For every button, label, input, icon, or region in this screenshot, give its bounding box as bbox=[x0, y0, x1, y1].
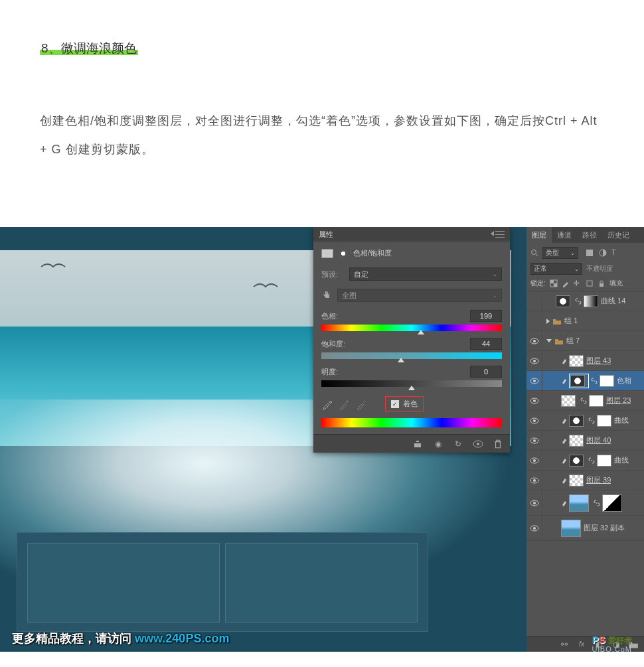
preset-select[interactable]: 自定⌄ bbox=[349, 267, 502, 281]
visibility-toggle[interactable] bbox=[526, 311, 542, 331]
adjustment-thumb bbox=[569, 415, 584, 427]
svg-point-31 bbox=[533, 527, 536, 530]
layer-thumb bbox=[569, 435, 584, 447]
collapse-icon[interactable] bbox=[546, 339, 552, 342]
visibility-toggle[interactable] bbox=[526, 331, 542, 350]
properties-panel: 属性 ▦ 色相/饱和度 预设: 自定⌄ 全图⌄ 色相: 199 bbox=[313, 227, 510, 453]
hue-input[interactable]: 199 bbox=[470, 310, 502, 322]
eyedropper-icon[interactable] bbox=[321, 398, 333, 410]
bird-icon bbox=[40, 260, 66, 273]
collapse-icon[interactable] bbox=[491, 231, 494, 236]
link-layers-icon[interactable]: ⚯ bbox=[559, 640, 570, 649]
layer-row[interactable]: 组 7 bbox=[526, 331, 644, 351]
layer-name[interactable]: 组 7 bbox=[566, 336, 580, 346]
mask-thumb bbox=[600, 375, 614, 387]
svg-point-23 bbox=[533, 439, 536, 442]
visibility-toggle[interactable] bbox=[526, 391, 542, 410]
tab-layers[interactable]: 图层 bbox=[526, 227, 552, 243]
layer-name[interactable]: 图层 40 bbox=[586, 435, 611, 445]
bird-icon bbox=[252, 280, 279, 293]
layer-row[interactable]: 图层 32 副本 bbox=[526, 516, 644, 541]
layer-name[interactable]: 色相 bbox=[617, 376, 631, 386]
visibility-toggle[interactable] bbox=[526, 371, 542, 390]
layer-name[interactable]: 图层 32 副本 bbox=[584, 523, 625, 533]
filter-kind-select[interactable]: 类型⌄ bbox=[542, 247, 578, 259]
svg-rect-0 bbox=[414, 443, 421, 447]
tab-history[interactable]: 历史记 bbox=[602, 227, 635, 243]
tab-channels[interactable]: 通道 bbox=[552, 227, 577, 243]
smart-thumb bbox=[561, 520, 581, 537]
blend-mode-select[interactable]: 正常⌄ bbox=[530, 263, 582, 275]
svg-point-29 bbox=[533, 502, 536, 504]
lock-position-icon[interactable]: ✢ bbox=[574, 279, 582, 287]
lock-all-icon[interactable] bbox=[598, 279, 605, 287]
lock-artboard-icon[interactable] bbox=[586, 279, 594, 287]
spectrum-bar bbox=[321, 418, 502, 427]
reset-icon[interactable]: ↻ bbox=[453, 439, 463, 449]
filter-adjust-icon[interactable] bbox=[598, 248, 607, 258]
fill-label: 填充 bbox=[609, 279, 623, 288]
layer-row[interactable]: 图层 40 bbox=[526, 431, 644, 451]
layer-row[interactable]: 色相 bbox=[526, 371, 644, 391]
hand-icon[interactable] bbox=[321, 290, 332, 301]
visibility-toggle[interactable] bbox=[526, 516, 542, 540]
lightness-slider[interactable] bbox=[321, 380, 502, 387]
layer-name[interactable]: 图层 39 bbox=[586, 475, 611, 485]
mask-icon[interactable] bbox=[339, 249, 348, 258]
layer-row[interactable]: 曲线 14 bbox=[526, 291, 644, 311]
svg-rect-8 bbox=[550, 280, 554, 283]
filter-pixel-icon[interactable] bbox=[585, 248, 594, 258]
visibility-toggle[interactable] bbox=[526, 490, 542, 515]
visibility-toggle[interactable] bbox=[526, 451, 542, 470]
clip-icon[interactable] bbox=[413, 439, 424, 449]
layer-name[interactable]: 图层 43 bbox=[586, 356, 611, 366]
layer-name[interactable]: 图层 23 bbox=[606, 396, 631, 406]
lock-pixels-icon[interactable] bbox=[550, 279, 558, 287]
filter-type-icon[interactable]: T bbox=[611, 248, 621, 258]
checkmark-icon: ✓ bbox=[391, 400, 399, 408]
body-text: 创建色相/饱和度调整图层，对全图进行调整，勾选“着色”选项，参数设置如下图，确定… bbox=[40, 107, 604, 164]
layer-name[interactable]: 组 1 bbox=[564, 316, 578, 326]
link-icon bbox=[591, 378, 598, 384]
lightness-input[interactable]: 0 bbox=[470, 366, 502, 378]
preset-label: 预设: bbox=[321, 269, 344, 279]
svg-rect-11 bbox=[600, 283, 604, 287]
prev-state-icon[interactable]: ◉ bbox=[433, 439, 443, 449]
layer-row[interactable]: 曲线 bbox=[526, 451, 644, 471]
eyedropper-plus-icon[interactable] bbox=[339, 398, 351, 410]
visibility-toggle[interactable] bbox=[526, 291, 542, 311]
layer-row[interactable] bbox=[526, 490, 644, 516]
panel-menu-icon[interactable] bbox=[495, 231, 505, 238]
colorize-checkbox[interactable]: ✓ 着色 bbox=[385, 396, 424, 411]
layer-row[interactable]: 图层 39 bbox=[526, 471, 644, 490]
adjustment-type-icon: ▦ bbox=[321, 249, 333, 258]
layer-row[interactable]: 曲线 bbox=[526, 411, 644, 431]
visibility-toggle[interactable] bbox=[526, 431, 542, 450]
layer-row[interactable]: 图层 23 bbox=[526, 391, 644, 411]
mask-thumb bbox=[584, 295, 598, 307]
saturation-slider[interactable] bbox=[321, 352, 502, 359]
clip-indicator-icon bbox=[561, 500, 568, 506]
layers-panel: 图层 通道 路径 历史记 类型⌄ T 正常⌄ 不透明度 锁定: bbox=[526, 227, 644, 652]
lock-brush-icon[interactable] bbox=[562, 279, 570, 287]
eyedropper-minus-icon[interactable] bbox=[356, 398, 368, 410]
visibility-toggle[interactable] bbox=[526, 411, 542, 430]
hue-label: 色相: bbox=[321, 311, 338, 321]
layer-name[interactable]: 曲线 14 bbox=[601, 296, 625, 306]
saturation-input[interactable]: 44 bbox=[470, 338, 502, 350]
layer-name[interactable]: 曲线 bbox=[614, 415, 629, 425]
hue-slider[interactable] bbox=[321, 325, 502, 331]
trash-icon[interactable] bbox=[493, 439, 503, 449]
visibility-icon[interactable] bbox=[473, 439, 483, 449]
search-icon[interactable] bbox=[530, 249, 538, 257]
tab-paths[interactable]: 路径 bbox=[577, 227, 602, 243]
layer-thumb bbox=[569, 475, 584, 486]
visibility-toggle[interactable] bbox=[526, 351, 542, 370]
fx-icon[interactable]: fx bbox=[576, 640, 587, 649]
layer-row[interactable]: 图层 43 bbox=[526, 351, 644, 371]
layer-row[interactable]: 组 1 bbox=[526, 311, 644, 331]
visibility-toggle[interactable] bbox=[526, 471, 542, 490]
layer-name[interactable]: 曲线 bbox=[614, 455, 629, 465]
expand-icon[interactable] bbox=[546, 319, 550, 324]
clip-indicator-icon bbox=[561, 437, 568, 444]
